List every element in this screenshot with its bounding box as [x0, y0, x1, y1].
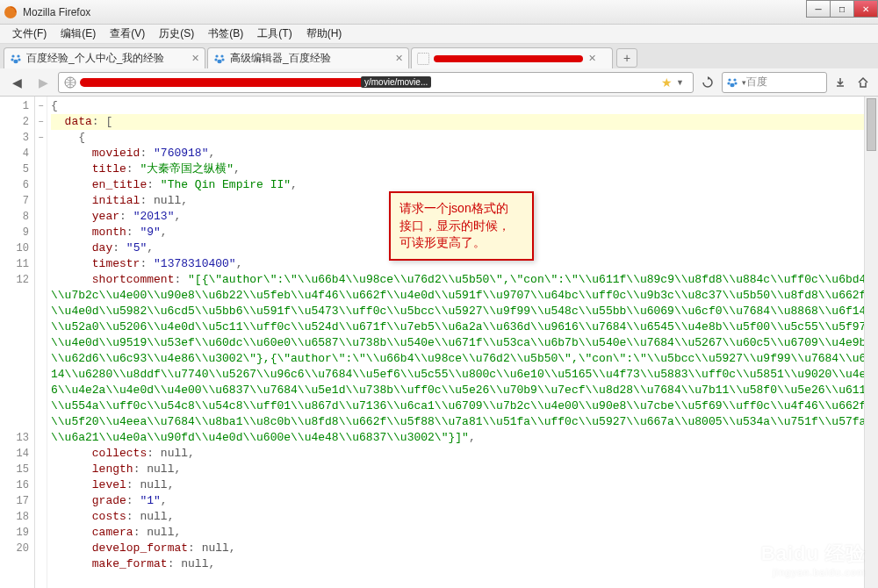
search-placeholder: 百度 [746, 75, 823, 90]
svg-point-4 [18, 58, 20, 61]
svg-point-3 [11, 58, 13, 61]
svg-point-12 [728, 78, 730, 81]
line-number-gutter: 1 2 3 4 5 6 7 8 9 10 11 12 13 14 15 16 1… [0, 97, 35, 588]
redacted-bar [434, 55, 583, 62]
fold-gutter: − − − [35, 97, 47, 588]
line-number: 13 [0, 430, 34, 446]
line-number: 1 [0, 98, 34, 114]
code-line: { [51, 130, 878, 146]
code-line: collects: null, [51, 446, 878, 462]
code-line: camera: null, [51, 525, 878, 541]
new-tab-button[interactable]: + [616, 48, 637, 68]
scrollbar-thumb[interactable] [867, 98, 876, 151]
tab-close-icon[interactable]: ✕ [588, 53, 596, 64]
menu-edit[interactable]: 编辑(E) [54, 25, 103, 43]
code-line: develop_format: null, [51, 541, 878, 556]
json-viewer: 1 2 3 4 5 6 7 8 9 10 11 12 13 14 15 16 1… [0, 97, 878, 588]
code-line: shortcomment: "[{\"author\":\"\\u66b4\\u… [51, 272, 878, 446]
menu-tools[interactable]: 工具(T) [250, 25, 299, 43]
line-number: 9 [0, 225, 34, 240]
generic-page-icon [417, 53, 429, 65]
fold-toggle[interactable]: − [35, 130, 47, 146]
nav-bar: ◀ ▶ y/movie/movie... ★ ▼ ▾ 百度 [0, 68, 878, 97]
tab-0[interactable]: 百度经验_个人中心_我的经验 ✕ [4, 47, 205, 68]
fold-toggle[interactable]: − [35, 114, 47, 130]
code-line: { [51, 98, 878, 114]
window-title: Mozilla Firefox [23, 6, 90, 18]
fold-toggle[interactable]: − [35, 98, 47, 114]
home-button[interactable] [853, 72, 873, 93]
svg-point-6 [215, 54, 218, 57]
maximize-button[interactable]: □ [830, 0, 854, 18]
line-number: 16 [0, 477, 34, 493]
forward-button[interactable]: ▶ [32, 72, 54, 93]
line-number: 8 [0, 209, 34, 225]
tab-1[interactable]: 高级编辑器_百度经验 ✕ [207, 47, 409, 68]
menu-bar: 文件(F) 编辑(E) 查看(V) 历史(S) 书签(B) 工具(T) 帮助(H… [0, 25, 878, 44]
downloads-button[interactable] [831, 72, 850, 93]
svg-point-2 [17, 54, 19, 57]
line-number: 19 [0, 525, 34, 541]
tab-strip: 百度经验_个人中心_我的经验 ✕ 高级编辑器_百度经验 ✕ ✕ + [0, 44, 878, 68]
firefox-icon [4, 5, 18, 19]
line-number: 17 [0, 493, 34, 509]
svg-point-13 [733, 78, 736, 81]
menu-file[interactable]: 文件(F) [5, 25, 54, 43]
svg-point-16 [730, 82, 734, 86]
callout-line: 接口，显示的时候， [399, 218, 523, 235]
code-line: costs: null, [51, 509, 878, 525]
back-button[interactable]: ◀ [5, 72, 28, 93]
tab-title: 百度经验_个人中心_我的经验 [26, 51, 186, 66]
line-number: 20 [0, 541, 34, 556]
tab-close-icon[interactable]: ✕ [191, 53, 199, 64]
line-number: 14 [0, 446, 34, 462]
line-number: 18 [0, 509, 34, 525]
watermark-main: Baidu 经验 [761, 542, 866, 564]
tab-close-icon[interactable]: ✕ [395, 53, 403, 64]
code-lines[interactable]: { data: [ { movieid: "760918", title: "大… [47, 97, 878, 588]
svg-point-8 [214, 58, 217, 61]
code-line: length: null, [51, 462, 878, 477]
baidu-paw-icon [726, 76, 738, 89]
menu-history[interactable]: 历史(S) [152, 25, 201, 43]
paw-icon [10, 53, 22, 65]
menu-bookmarks[interactable]: 书签(B) [201, 25, 250, 43]
tab-2[interactable]: ✕ [411, 47, 613, 68]
line-number: 15 [0, 462, 34, 477]
line-number: 6 [0, 177, 34, 193]
svg-point-1 [11, 54, 14, 57]
code-line: title: "大秦帝国之纵横", [51, 161, 878, 177]
callout-line: 可读形更高了。 [399, 234, 523, 252]
paw-icon [213, 53, 226, 65]
reload-button[interactable] [697, 72, 718, 93]
line-number: 5 [0, 161, 34, 177]
url-bar[interactable]: y/movie/movie... ★ ▼ [58, 72, 694, 93]
minimize-button[interactable]: ─ [806, 0, 831, 18]
vertical-scrollbar[interactable] [864, 97, 878, 588]
window-titlebar: Mozilla Firefox ─ □ ✕ [0, 0, 878, 25]
svg-point-7 [220, 54, 223, 57]
line-number: 10 [0, 240, 34, 256]
search-bar[interactable]: ▾ 百度 [722, 72, 827, 93]
line-number: 2 [0, 114, 34, 130]
code-line: level: null, [51, 477, 878, 493]
url-dropdown-icon[interactable]: ▼ [676, 78, 684, 87]
line-number: 4 [0, 146, 34, 161]
svg-point-15 [734, 82, 737, 84]
code-line: movieid: "760918", [51, 146, 878, 161]
globe-icon [64, 76, 76, 89]
close-button[interactable]: ✕ [853, 0, 878, 18]
redacted-url [80, 78, 378, 87]
line-number: 12 [0, 272, 34, 430]
url-text: y/movie/movie... [361, 76, 431, 88]
callout-line: 请求一个json格式的 [399, 200, 523, 218]
bookmark-star-icon[interactable]: ★ [661, 75, 673, 90]
svg-point-14 [727, 82, 730, 84]
svg-point-9 [221, 58, 224, 61]
svg-point-5 [13, 59, 18, 62]
svg-point-10 [217, 59, 221, 62]
code-line: data: [ [51, 114, 878, 130]
code-line: grade: "1", [51, 493, 878, 509]
menu-view[interactable]: 查看(V) [103, 25, 152, 43]
menu-help[interactable]: 帮助(H) [299, 25, 349, 43]
